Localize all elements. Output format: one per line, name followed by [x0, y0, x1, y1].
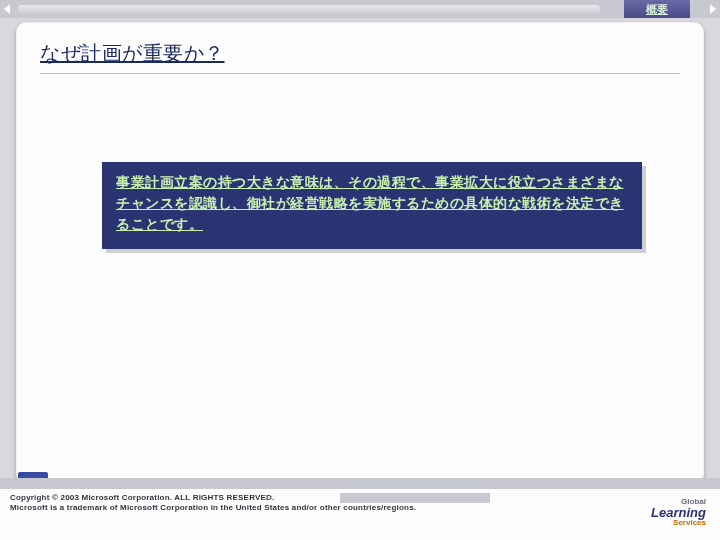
highlight-box: 事業計画立案の持つ大きな意味は、その過程で、事業拡大に役立つさまざまなチャンスを…	[102, 162, 642, 249]
brand-sub: Services	[651, 519, 706, 527]
topbar: 概要	[0, 0, 720, 18]
heading-rule	[40, 73, 680, 74]
highlight-text: 事業計画立案の持つ大きな意味は、その過程で、事業拡大に役立つさまざまなチャンスを…	[116, 172, 628, 235]
next-arrow-icon[interactable]	[710, 4, 716, 14]
footer: Copyright © 2003 Microsoft Corporation. …	[0, 488, 720, 540]
prev-arrow-icon[interactable]	[4, 4, 10, 14]
brand-logo: Global Learning Services	[651, 497, 706, 527]
bottom-strip	[0, 478, 720, 488]
section-tab-overview[interactable]: 概要	[616, 0, 698, 18]
footer-band	[340, 493, 490, 503]
legal-line-2: Microsoft is a trademark of Microsoft Co…	[10, 503, 710, 513]
slide-card: なぜ計画が重要か？ 事業計画立案の持つ大きな意味は、その過程で、事業拡大に役立つ…	[16, 22, 704, 484]
progress-track	[18, 5, 600, 13]
slide-heading: なぜ計画が重要か？	[40, 40, 680, 67]
